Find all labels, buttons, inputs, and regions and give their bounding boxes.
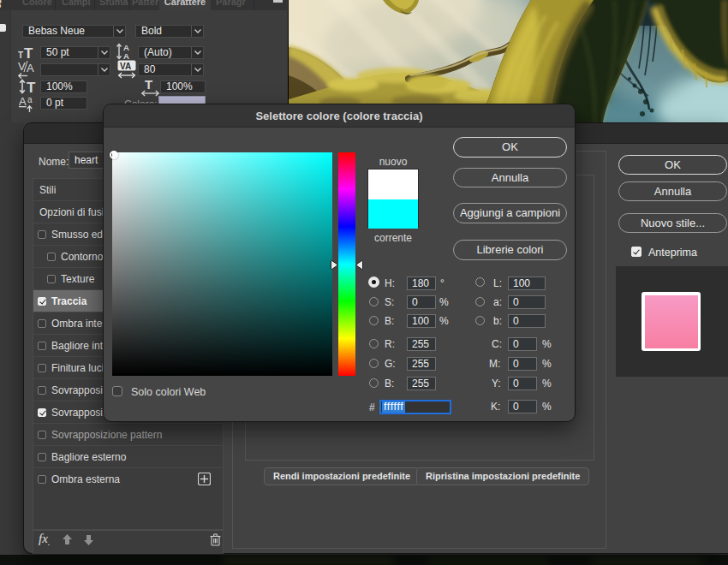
svg-text:T: T bbox=[18, 51, 23, 60]
svg-text:T: T bbox=[24, 45, 33, 61]
svg-text:A: A bbox=[27, 62, 34, 74]
svg-text:VA: VA bbox=[120, 62, 131, 71]
svg-text:a: a bbox=[27, 95, 33, 104]
svg-text:T: T bbox=[27, 80, 36, 95]
svg-text:T: T bbox=[145, 78, 152, 92]
svg-text:A: A bbox=[19, 95, 27, 108]
